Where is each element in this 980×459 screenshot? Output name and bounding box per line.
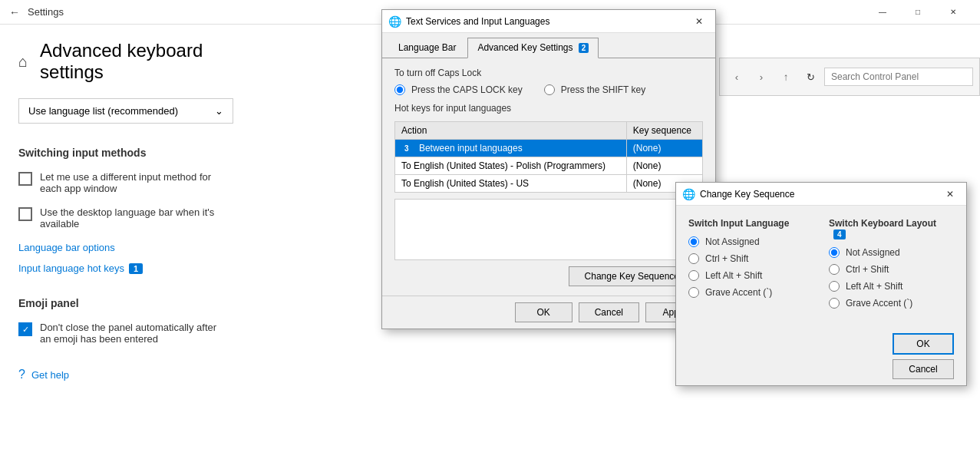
ok-button[interactable]: OK [515,302,572,322]
row-key-1: (None) [626,140,702,157]
col-action-header: Action [395,122,627,140]
row-action-1: 3 Between input languages [395,140,627,157]
table-row[interactable]: To English (United States) - Polish (Pro… [395,157,703,175]
checkbox-row-1: Let me use a different input method for … [18,171,227,194]
change-key-cancel-button[interactable]: Cancel [893,359,954,379]
table-row[interactable]: 3 Between input languages (None) [395,140,703,157]
emoji-section: Emoji panel ✓ Don't close the panel auto… [18,297,227,345]
close-button[interactable]: ✕ [935,0,971,25]
checkbox-label-1: Let me use a different input method for … [40,171,227,194]
badge-3: 3 [401,144,412,154]
caps-lock-radio-1[interactable] [394,84,405,95]
keyboard-radio-row-0: Not Assigned [829,247,954,258]
caps-lock-label: To turn off Caps Lock [394,68,703,78]
chevron-down-icon: ⌄ [215,105,223,117]
keyboard-radio-not-assigned[interactable] [829,247,840,258]
keyboard-radio-row-1: Ctrl + Shift [829,264,954,275]
row-key-2: (None) [626,157,702,175]
keyboard-radio-grave[interactable] [829,298,840,309]
minimize-button[interactable]: — [865,0,900,25]
text-services-title: Text Services and Input Languages [406,16,685,27]
cancel-button[interactable]: Cancel [579,302,639,322]
input-radio-row-0: Not Assigned [688,236,813,247]
control-panel-bar: ‹ › ↑ ↻ [719,58,980,96]
cp-refresh-button[interactable]: ↻ [800,66,821,88]
change-key-footer: OK Cancel [676,327,966,385]
dialog-tabs: Language Bar Advanced Key Settings 2 [382,33,715,58]
keyboard-radio-row-2: Left Alt + Shift [829,281,954,292]
language-bar-options-link[interactable]: Language bar options [18,242,227,253]
tab-language-bar[interactable]: Language Bar [388,38,466,58]
text-services-icon: 🌐 [388,15,401,28]
emoji-checkbox[interactable]: ✓ [18,322,32,336]
switching-heading: Switching input methods [18,147,227,159]
input-language-hot-keys-link[interactable]: Input language hot keys [18,263,124,274]
change-key-ok-button[interactable]: OK [893,333,954,355]
checkbox-row-2: Use the desktop language bar when it's a… [18,206,227,230]
input-language-hot-keys-row: Input language hot keys 1 [18,263,227,274]
hot-keys-table: Action Key sequence 3 Between input lang… [394,121,703,193]
cp-forward-button[interactable]: › [751,66,772,88]
switch-input-lang-heading: Switch Input Language [688,218,813,229]
change-key-dialog: 🌐 Change Key Sequence ✕ Switch Input Lan… [675,182,967,386]
caps-lock-option-1: Press the CAPS LOCK key [411,84,523,95]
checkbox-different-method[interactable] [18,172,32,186]
switch-input-lang-col: Switch Input Language Not Assigned Ctrl … [688,218,813,315]
change-key-titlebar: 🌐 Change Key Sequence ✕ [676,183,966,206]
input-radio-not-assigned[interactable] [688,236,699,247]
change-key-icon: 🌐 [682,188,695,200]
table-row[interactable]: To English (United States) - US (None) [395,175,703,193]
home-icon: ⌂ [18,53,28,71]
caps-lock-option-2: Press the SHIFT key [561,84,645,95]
text-services-footer: OK Cancel Apply [382,296,715,329]
keyboard-label-grave: Grave Accent (`) [846,298,912,309]
page-header: ⌂ Advanced keyboard settings [18,40,227,83]
text-services-close[interactable]: ✕ [689,13,709,30]
row-action-3: To English (United States) - US [395,175,627,193]
input-radio-row-3: Grave Accent (`) [688,287,813,298]
keyboard-radio-ctrl-shift[interactable] [829,264,840,275]
caps-lock-radio-row-1: Press the CAPS LOCK key Press the SHIFT … [394,84,703,95]
change-key-btn-wrapper: Change Key Sequence... [394,266,703,286]
input-label-grave: Grave Accent (`) [705,287,772,298]
emoji-checkbox-row: ✓ Don't close the panel automatically af… [18,322,227,345]
input-radio-row-2: Left Alt + Shift [688,270,813,281]
input-label-not-assigned: Not Assigned [705,236,760,247]
input-radio-row-1: Ctrl + Shift [688,253,813,264]
get-help-link[interactable]: Get help [31,369,69,381]
checkbox-label-2: Use the desktop language bar when it's a… [40,206,227,230]
switch-keyboard-heading: Switch Keyboard Layout 4 [829,218,954,239]
badge-4: 4 [833,230,846,239]
cp-search-input[interactable] [824,68,973,86]
keyboard-label-left-alt: Left Alt + Shift [846,281,902,292]
page-title: Advanced keyboard settings [40,40,227,83]
input-radio-ctrl-shift[interactable] [688,253,699,264]
back-button[interactable]: ← [9,6,20,18]
input-radio-grave[interactable] [688,287,699,298]
hot-keys-label: Hot keys for input languages [394,103,703,114]
caps-lock-radio-2[interactable] [544,84,555,95]
tab-advanced-key[interactable]: Advanced Key Settings 2 [467,38,599,58]
empty-area [394,199,703,260]
dialog-body: To turn off Caps Lock Press the CAPS LOC… [382,58,715,296]
get-help-row: ? Get help [18,368,227,381]
badge-1: 1 [129,263,143,274]
checkbox-desktop-bar[interactable] [18,207,32,221]
cp-back-button[interactable]: ‹ [726,66,747,88]
change-key-title: Change Key Sequence [700,189,935,200]
change-key-close[interactable]: ✕ [940,186,960,203]
language-dropdown[interactable]: Use language list (recommended) ⌄ [18,98,233,124]
keyboard-radio-row-3: Grave Accent (`) [829,298,954,309]
input-radio-left-alt[interactable] [688,270,699,281]
text-services-titlebar: 🌐 Text Services and Input Languages ✕ [382,10,715,33]
switch-keyboard-col: Switch Keyboard Layout 4 Not Assigned Ct… [829,218,954,315]
maximize-button[interactable]: □ [900,0,935,25]
keyboard-label-ctrl-shift: Ctrl + Shift [846,264,889,275]
window-controls: — □ ✕ [865,0,971,25]
row-action-2: To English (United States) - Polish (Pro… [395,157,627,175]
badge-2: 2 [579,43,589,53]
cp-up-button[interactable]: ↑ [775,66,797,88]
input-label-ctrl-shift: Ctrl + Shift [705,253,748,264]
keyboard-radio-left-alt[interactable] [829,281,840,292]
input-label-left-alt: Left Alt + Shift [705,270,762,281]
